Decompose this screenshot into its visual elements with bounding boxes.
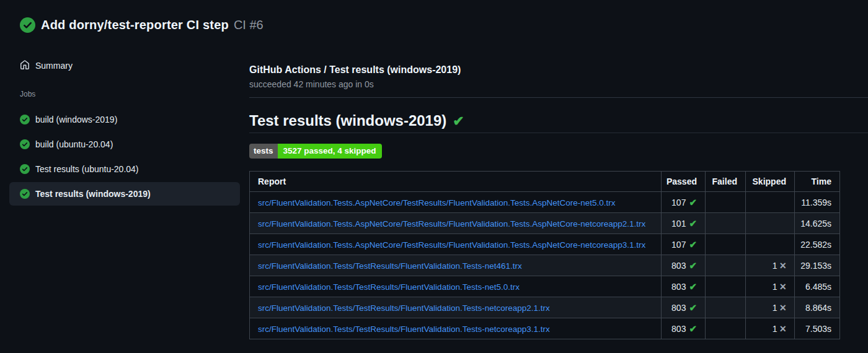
failed-cell — [706, 192, 746, 213]
failed-cell — [706, 255, 746, 276]
table-row: src/FluentValidation.Tests/TestResults/F… — [250, 318, 840, 339]
tests-badge: tests 3527 passed, 4 skipped — [249, 144, 382, 159]
check-circle-icon — [20, 17, 35, 33]
passed-cell: 803✔ — [662, 297, 706, 318]
jobs-section-label: Jobs — [0, 90, 249, 99]
passed-cell: 803✔ — [662, 318, 706, 339]
passed-cell: 803✔ — [662, 255, 706, 276]
report-cell: src/FluentValidation.Tests.AspNetCore/Te… — [250, 192, 662, 213]
col-header-report: Report — [250, 172, 662, 192]
col-header-failed: Failed — [706, 172, 746, 192]
x-icon: × — [779, 281, 786, 293]
x-icon: × — [779, 323, 786, 335]
report-cell: src/FluentValidation.Tests/TestResults/F… — [250, 276, 662, 297]
job-label: build (windows-2019) — [35, 115, 117, 124]
time-cell: 22.582s — [795, 234, 840, 255]
report-link[interactable]: src/FluentValidation.Tests/TestResults/F… — [258, 261, 522, 271]
passed-cell: 107✔ — [662, 192, 706, 213]
badge-value: 3527 passed, 4 skipped — [278, 144, 382, 159]
report-link[interactable]: src/FluentValidation.Tests/TestResults/F… — [258, 325, 550, 334]
failed-cell — [706, 297, 746, 318]
time-cell: 8.864s — [795, 297, 840, 318]
run-header: Add dorny/test-reporter CI step CI #6 — [0, 0, 868, 52]
x-icon: × — [779, 302, 786, 314]
sidebar-item-job-0[interactable]: build (windows-2019) — [9, 108, 240, 131]
col-header-skipped: Skipped — [746, 172, 795, 192]
results-table: Report Passed Failed Skipped Time src/Fl… — [249, 171, 840, 339]
report-cell: src/FluentValidation.Tests/TestResults/F… — [250, 297, 662, 318]
skipped-cell — [746, 234, 795, 255]
time-cell: 6.485s — [795, 276, 840, 297]
report-link[interactable]: src/FluentValidation.Tests.AspNetCore/Te… — [258, 240, 645, 250]
results-table-body: src/FluentValidation.Tests.AspNetCore/Te… — [250, 192, 840, 339]
job-title: GitHub Actions / Test results (windows-2… — [249, 64, 868, 76]
home-icon — [20, 60, 30, 70]
table-row: src/FluentValidation.Tests/TestResults/F… — [250, 255, 840, 276]
check-circle-icon — [20, 17, 35, 33]
job-status-line: succeeded 42 minutes ago in 0s — [249, 79, 868, 90]
check-icon: ✔ — [689, 302, 697, 313]
table-header-row: Report Passed Failed Skipped Time — [250, 172, 840, 192]
badge-label: tests — [249, 144, 278, 159]
sidebar-item-summary[interactable]: Summary — [0, 58, 249, 73]
summary-label: Summary — [35, 61, 73, 71]
report-cell: src/FluentValidation.Tests/TestResults/F… — [250, 255, 662, 276]
check-icon: ✔ — [453, 113, 464, 129]
skipped-cell: 1× — [746, 255, 795, 276]
check-icon: ✔ — [689, 239, 697, 250]
divider — [249, 97, 868, 98]
table-row: src/FluentValidation.Tests/TestResults/F… — [250, 297, 840, 318]
time-cell: 29.153s — [795, 255, 840, 276]
check-circle-icon — [20, 139, 30, 149]
check-icon: ✔ — [689, 260, 697, 271]
check-circle-icon — [20, 115, 30, 124]
report-cell: src/FluentValidation.Tests/TestResults/F… — [250, 318, 662, 339]
skipped-cell: 1× — [746, 276, 795, 297]
job-label: build (ubuntu-20.04) — [35, 139, 113, 149]
time-cell: 11.359s — [795, 192, 840, 213]
check-icon: ✔ — [689, 197, 697, 207]
skipped-cell — [746, 192, 795, 213]
report-link[interactable]: src/FluentValidation.Tests.AspNetCore/Te… — [258, 198, 616, 207]
col-header-passed: Passed — [662, 172, 706, 192]
run-title: Add dorny/test-reporter CI step — [41, 18, 229, 32]
jobs-list: build (windows-2019) build (ubuntu-20.04… — [0, 108, 249, 206]
table-row: src/FluentValidation.Tests.AspNetCore/Te… — [250, 234, 840, 255]
table-row: src/FluentValidation.Tests/TestResults/F… — [250, 276, 840, 297]
table-row: src/FluentValidation.Tests.AspNetCore/Te… — [250, 213, 840, 234]
failed-cell — [706, 276, 746, 297]
job-label: Test results (windows-2019) — [35, 189, 151, 199]
check-circle-icon — [20, 164, 30, 174]
report-link[interactable]: src/FluentValidation.Tests.AspNetCore/Te… — [258, 219, 645, 229]
failed-cell — [706, 234, 746, 255]
report-link[interactable]: src/FluentValidation.Tests/TestResults/F… — [258, 303, 550, 313]
report-link[interactable]: src/FluentValidation.Tests/TestResults/F… — [258, 282, 520, 292]
skipped-cell: 1× — [746, 318, 795, 339]
check-icon: ✔ — [689, 281, 697, 292]
failed-cell — [706, 318, 746, 339]
time-cell: 7.503s — [795, 318, 840, 339]
passed-cell: 803✔ — [662, 276, 706, 297]
sidebar: Summary Jobs build (windows-2019) build … — [0, 52, 249, 207]
check-circle-icon — [20, 189, 30, 199]
col-header-time: Time — [795, 172, 840, 192]
x-icon: × — [779, 259, 786, 272]
section-heading-text: Test results (windows-2019) — [249, 112, 446, 129]
main-content: GitHub Actions / Test results (windows-2… — [249, 52, 868, 339]
section-heading: Test results (windows-2019)✔ — [249, 111, 868, 133]
time-cell: 14.625s — [795, 213, 840, 234]
table-row: src/FluentValidation.Tests.AspNetCore/Te… — [250, 192, 840, 213]
skipped-cell — [746, 213, 795, 234]
home-icon — [20, 60, 30, 72]
skipped-cell: 1× — [746, 297, 795, 318]
job-label: Test results (ubuntu-20.04) — [35, 164, 139, 174]
sidebar-item-job-1[interactable]: build (ubuntu-20.04) — [9, 133, 240, 156]
run-number: CI #6 — [234, 18, 264, 32]
report-cell: src/FluentValidation.Tests.AspNetCore/Te… — [250, 234, 662, 255]
sidebar-item-job-3[interactable]: Test results (windows-2019) — [9, 182, 240, 206]
passed-cell: 107✔ — [662, 234, 706, 255]
passed-cell: 101✔ — [662, 213, 706, 234]
failed-cell — [706, 213, 746, 234]
sidebar-item-job-2[interactable]: Test results (ubuntu-20.04) — [9, 157, 240, 181]
check-icon: ✔ — [689, 218, 697, 229]
